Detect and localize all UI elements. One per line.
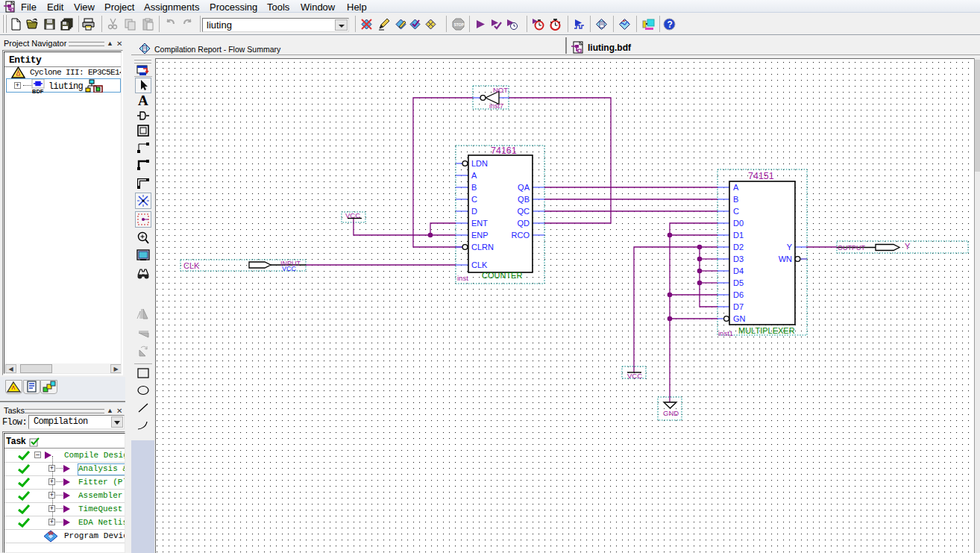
svg-text:WN: WN (779, 254, 792, 263)
svg-text:VCC: VCC (627, 372, 642, 380)
svg-text:COUNTER: COUNTER (482, 271, 522, 280)
svg-text:RCO: RCO (512, 231, 530, 240)
svg-text:D6: D6 (733, 290, 744, 299)
svg-text:CLK: CLK (183, 261, 200, 270)
svg-text:MULTIPLEXER: MULTIPLEXER (738, 326, 795, 335)
svg-text:BDF: BDF (32, 88, 44, 94)
svg-text:D: D (471, 207, 477, 216)
svg-text:?: ? (668, 19, 673, 30)
svg-text:QA: QA (518, 183, 530, 192)
svg-text:Y: Y (787, 243, 793, 251)
svg-text:STOP: STOP (454, 22, 465, 27)
svg-text:A: A (733, 183, 739, 192)
svg-text:CLK: CLK (471, 260, 488, 269)
svg-text:B: B (471, 183, 477, 192)
svg-text:B: B (733, 195, 738, 204)
svg-text:74151: 74151 (748, 171, 774, 181)
svg-text:D7: D7 (733, 302, 744, 311)
svg-text:inst7: inst7 (489, 102, 503, 110)
svg-text:ENT: ENT (471, 219, 488, 228)
svg-text:OUTPUT: OUTPUT (838, 244, 866, 251)
svg-text:D2: D2 (733, 243, 744, 251)
svg-text:GN: GN (733, 314, 746, 323)
svg-text:74161: 74161 (491, 146, 517, 156)
svg-text:C: C (733, 207, 739, 216)
svg-text:D3: D3 (733, 254, 744, 263)
svg-text:GND: GND (663, 409, 679, 417)
svg-text:D1: D1 (733, 231, 744, 240)
svg-text:QB: QB (518, 195, 530, 204)
svg-text:QD: QD (518, 219, 530, 228)
svg-text:VCC: VCC (345, 211, 360, 219)
svg-text:inst: inst (457, 274, 468, 282)
svg-text:ENP: ENP (471, 231, 489, 240)
svg-text:LDN: LDN (471, 159, 488, 168)
svg-text:A: A (471, 171, 477, 180)
svg-text:inst1: inst1 (718, 329, 733, 337)
svg-text:NOT: NOT (493, 86, 508, 94)
svg-text:VCC: VCC (282, 265, 297, 272)
svg-text:D5: D5 (733, 278, 744, 287)
svg-text:Y: Y (905, 242, 911, 251)
svg-text:C: C (471, 195, 477, 204)
svg-text:CLRN: CLRN (471, 243, 494, 251)
svg-text:D0: D0 (733, 219, 744, 228)
svg-text:D4: D4 (733, 266, 744, 275)
svg-text:QC: QC (518, 207, 530, 216)
